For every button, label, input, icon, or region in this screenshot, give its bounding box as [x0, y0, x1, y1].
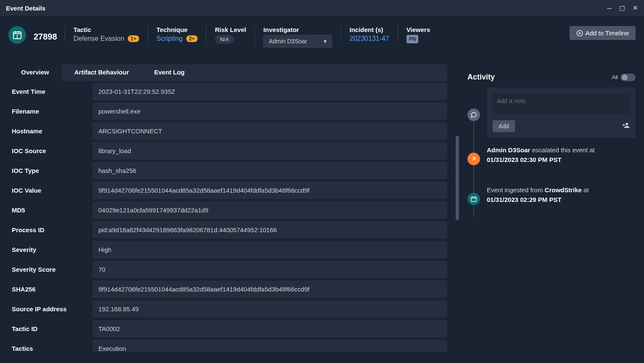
event-header: 27898 Tactic Defense Evasion 1+ Techniqu… [0, 16, 644, 64]
detail-row: Event Time2023-01-31T22:29:52.935Z [8, 83, 447, 100]
add-note-button[interactable]: Add [493, 120, 515, 132]
detail-value: powershell.exe [92, 103, 447, 120]
tabs: Overview Artifact Behaviour Event Log [8, 64, 447, 81]
detail-value: 70 [92, 261, 447, 278]
detail-value: 9f914d42706fe215501044acd85a32d58aaef141… [92, 182, 447, 199]
incident-link[interactable]: 20230131-47 [349, 35, 389, 42]
investigator-field: Investigator Admin D3Soar ▾ [254, 26, 340, 48]
chevron-down-icon: ▾ [324, 38, 327, 45]
tactic-label: Tactic [74, 26, 140, 33]
svg-rect-10 [471, 197, 476, 201]
detail-value: TA0002 [92, 320, 447, 337]
detail-label: Tactic ID [8, 320, 92, 337]
activity-title: Activity [467, 73, 495, 82]
detail-row: Process IDpid:a9d18a62f43d429189663fa982… [8, 221, 447, 238]
event-id: 27898 [34, 32, 57, 42]
detail-label: IOC Source [8, 142, 92, 159]
detail-value: 04029e121a0cfa5991749937dd22a1d9 [92, 201, 447, 219]
details-table: Event Time2023-01-31T22:29:52.935ZFilena… [8, 83, 447, 352]
detail-label: Tactics [8, 340, 92, 352]
incident-field: Incident (s) 20230131-47 [340, 26, 397, 42]
maximize-icon[interactable]: ▢ [619, 4, 625, 12]
activity-entry-escalated: Admin D3Soar escalated this event at 01/… [487, 146, 636, 164]
tactic-badge: 1+ [128, 35, 140, 42]
detail-row: Severity Score70 [8, 261, 447, 278]
detail-value: 9f914d42706fe215501044acd85a32d58aaef141… [92, 281, 447, 298]
detail-label: Source IP address [8, 300, 92, 318]
tab-artifact-behaviour[interactable]: Artifact Behaviour [62, 64, 142, 81]
note-box: Add [487, 87, 636, 138]
detail-label: Severity Score [8, 261, 92, 278]
tab-overview[interactable]: Overview [8, 64, 62, 81]
activity-filter-label: All [612, 74, 618, 80]
detail-row: SeverityHigh [8, 241, 447, 258]
minimize-icon[interactable]: ─ [607, 5, 612, 12]
technique-field: Technique Scripting 2+ [148, 26, 206, 42]
incident-label: Incident (s) [349, 26, 389, 33]
tactic-value: Defense Evasion [74, 35, 124, 42]
detail-label: Severity [8, 241, 92, 258]
detail-row: HostnameARCSIGHTCONNECT [8, 122, 447, 140]
detail-label: Hostname [8, 122, 92, 140]
detail-label: IOC Type [8, 162, 92, 179]
risk-label: Risk Level [215, 26, 246, 33]
detail-label: Filename [8, 103, 92, 120]
person-add-icon[interactable] [622, 122, 630, 131]
window-title: Event Details [6, 5, 45, 12]
plus-circle-icon [576, 30, 583, 37]
detail-label: IOC Value [8, 182, 92, 199]
activity-entry-ingested: Event ingested from CrowdStrike at 01/31… [487, 185, 636, 204]
detail-row: TacticsExecution [8, 340, 447, 352]
note-input[interactable] [493, 93, 630, 114]
scrollbar-thumb[interactable] [456, 136, 459, 220]
detail-value: Execution [92, 340, 447, 352]
detail-value: pid:a9d18a62f43d429189663fa98206781d:440… [92, 221, 447, 238]
svg-line-9 [472, 158, 475, 161]
tactic-field: Tactic Defense Evasion 1+ [65, 26, 148, 42]
escalate-icon [467, 153, 480, 165]
risk-value: N/A [215, 35, 234, 44]
detail-row: IOC Value9f914d42706fe215501044acd85a32d… [8, 182, 447, 199]
detail-value: 192.168.85.49 [92, 300, 447, 318]
tab-event-log[interactable]: Event Log [142, 64, 198, 81]
detail-row: IOC Sourcelibrary_load [8, 142, 447, 159]
risk-field: Risk Level N/A [206, 26, 254, 44]
detail-row: MD504029e121a0cfa5991749937dd22a1d9 [8, 201, 447, 219]
investigator-value: Admin D3Soar [269, 38, 307, 45]
detail-row: Filenamepowershell.exe [8, 103, 447, 120]
detail-label: MD5 [8, 201, 92, 219]
chat-icon [467, 109, 480, 121]
detail-value: library_load [92, 142, 447, 159]
detail-value: High [92, 241, 447, 258]
detail-value: hash_sha256 [92, 162, 447, 179]
detail-label: SHA256 [8, 281, 92, 298]
viewer-avatar: PN [406, 35, 419, 43]
window-controls: ─ ▢ ✕ [607, 4, 638, 12]
detail-row: SHA2569f914d42706fe215501044acd85a32d58a… [8, 281, 447, 298]
activity-filter-toggle[interactable] [620, 74, 636, 81]
svg-point-5 [17, 37, 18, 38]
scrollbar[interactable] [456, 64, 459, 352]
ingest-icon [467, 193, 480, 205]
viewers-field: Viewers PN [398, 26, 438, 43]
detail-value: 2023-01-31T22:29:52.935Z [92, 83, 447, 100]
close-icon[interactable]: ✕ [633, 4, 638, 12]
titlebar: Event Details ─ ▢ ✕ [0, 0, 644, 16]
investigator-label: Investigator [263, 26, 332, 33]
viewers-label: Viewers [406, 26, 430, 33]
detail-row: Source IP address192.168.85.49 [8, 300, 447, 318]
detail-row: Tactic IDTA0002 [8, 320, 447, 337]
technique-label: Technique [156, 26, 198, 33]
detail-row: IOC Typehash_sha256 [8, 162, 447, 179]
investigator-select[interactable]: Admin D3Soar ▾ [263, 35, 332, 48]
detail-label: Process ID [8, 221, 92, 238]
add-to-timeline-button[interactable]: Add to Timeline [570, 26, 636, 40]
detail-value: ARCSIGHTCONNECT [92, 122, 447, 140]
technique-value[interactable]: Scripting [156, 35, 182, 42]
event-icon [8, 26, 26, 44]
technique-badge: 2+ [186, 35, 198, 42]
detail-label: Event Time [8, 83, 92, 100]
